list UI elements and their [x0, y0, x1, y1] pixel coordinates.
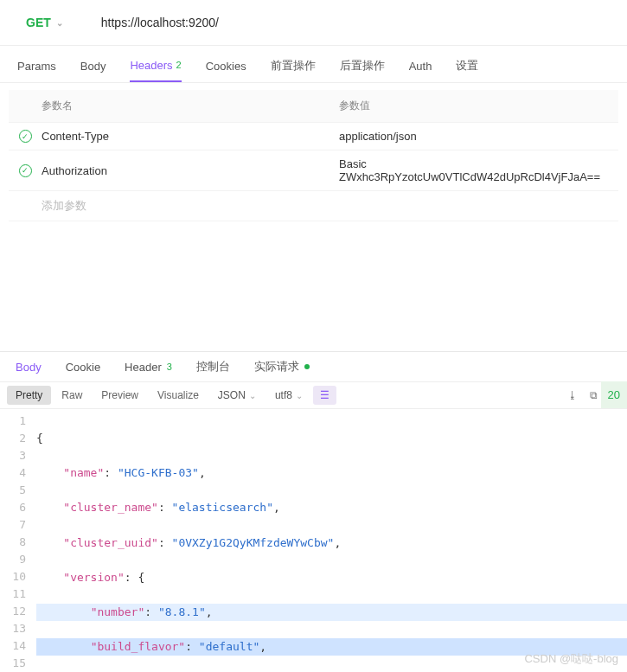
- check-icon[interactable]: [19, 130, 32, 143]
- check-icon[interactable]: [19, 164, 32, 177]
- encoding-select[interactable]: utf8⌄: [266, 386, 311, 405]
- code-content[interactable]: { "name": "HCG-KFB-03", "cluster_name": …: [36, 413, 627, 672]
- table-row[interactable]: Authorization Basic ZWxhc3RpYzotcUw0VTlC…: [9, 150, 618, 191]
- col-name: 参数名: [36, 99, 339, 113]
- table-row[interactable]: Content-Type application/json: [9, 123, 618, 150]
- response-tabs: Body Cookie Header3 控制台 实际请求: [0, 351, 627, 381]
- tab-settings[interactable]: 设置: [456, 58, 478, 82]
- tab-params[interactable]: Params: [17, 58, 56, 82]
- visualize-button[interactable]: Visualize: [149, 386, 208, 405]
- res-tab-body[interactable]: Body: [16, 361, 42, 381]
- response-toolbar: Pretty Raw Preview Visualize JSON⌄ utf8⌄…: [0, 381, 627, 409]
- headers-table-head: 参数名 参数值: [9, 90, 618, 123]
- col-value: 参数值: [339, 99, 613, 113]
- res-tab-actual[interactable]: 实际请求: [254, 359, 310, 381]
- tab-post[interactable]: 后置操作: [340, 58, 385, 82]
- line-gutter: 123456789101112131415: [0, 413, 36, 672]
- format-icon[interactable]: ☰: [313, 386, 336, 405]
- chevron-down-icon: ⌄: [56, 18, 63, 28]
- download-icon[interactable]: ⭳: [567, 389, 578, 401]
- add-param-placeholder[interactable]: 添加参数: [36, 198, 339, 214]
- url-input[interactable]: [89, 9, 627, 36]
- tab-auth[interactable]: Auth: [409, 58, 432, 82]
- header-value[interactable]: application/json: [339, 130, 613, 143]
- chevron-down-icon: ⌄: [296, 391, 303, 400]
- res-tab-header[interactable]: Header3: [125, 361, 172, 381]
- tab-headers[interactable]: Headers2: [130, 58, 181, 82]
- pretty-button[interactable]: Pretty: [7, 386, 51, 405]
- tab-cookies[interactable]: Cookies: [206, 58, 246, 82]
- response-body[interactable]: 123456789101112131415 { "name": "HCG-KFB…: [0, 409, 627, 672]
- headers-count-badge: 2: [176, 60, 182, 70]
- tab-body[interactable]: Body: [80, 58, 106, 82]
- method-select[interactable]: GET ⌄: [17, 10, 72, 35]
- watermark: CSDN @哒哒-blog: [524, 651, 618, 667]
- tab-pre[interactable]: 前置操作: [271, 58, 316, 82]
- table-row-add[interactable]: 添加参数: [9, 191, 618, 221]
- header-name[interactable]: Authorization: [36, 164, 339, 177]
- header-count-badge: 3: [167, 362, 172, 372]
- status-badge: 20: [601, 381, 627, 408]
- headers-table: 参数名 参数值 Content-Type application/json Au…: [9, 90, 618, 221]
- spacer: [0, 221, 627, 351]
- method-label: GET: [26, 16, 51, 29]
- request-tabs: Params Body Headers2 Cookies 前置操作 后置操作 A…: [0, 46, 627, 83]
- raw-button[interactable]: Raw: [53, 386, 91, 405]
- preview-button[interactable]: Preview: [93, 386, 147, 405]
- dot-icon: [304, 364, 310, 369]
- chevron-down-icon: ⌄: [249, 391, 256, 400]
- format-select[interactable]: JSON⌄: [209, 386, 265, 405]
- res-tab-console[interactable]: 控制台: [196, 359, 230, 381]
- header-name[interactable]: Content-Type: [36, 130, 339, 143]
- res-tab-cookie[interactable]: Cookie: [66, 361, 100, 381]
- request-bar: GET ⌄: [0, 0, 627, 46]
- header-value[interactable]: Basic ZWxhc3RpYzotcUw0VTlCdW42dUpRcDl4Vj…: [339, 157, 613, 183]
- copy-icon[interactable]: ⧉: [590, 389, 598, 401]
